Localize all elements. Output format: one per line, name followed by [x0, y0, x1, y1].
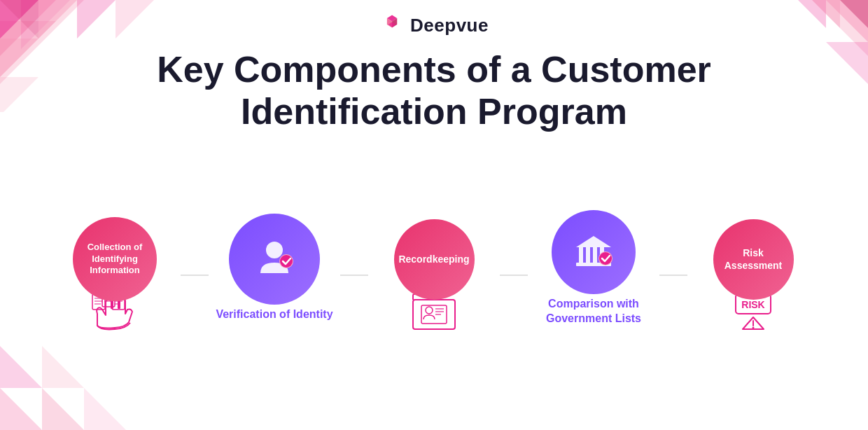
person-icon [250, 235, 299, 284]
connector-1 [181, 275, 209, 276]
svg-marker-21 [42, 346, 84, 388]
connector-4 [659, 275, 687, 276]
svg-rect-51 [593, 247, 597, 263]
svg-rect-50 [586, 247, 590, 263]
government-icon [569, 228, 618, 277]
circle-comparison [552, 210, 636, 294]
svg-marker-5 [38, 0, 77, 39]
circle-recordkeeping: Recordkeeping [394, 219, 475, 300]
circle-collection: Collection of Identifying Information [73, 217, 157, 301]
svg-rect-43 [413, 300, 455, 329]
page-title: Key Components of a Customer Identificat… [119, 49, 749, 133]
component-collection: Collection of Identifying Information [49, 217, 181, 333]
svg-marker-13 [826, 42, 868, 84]
component-verification: Verification of Identity [209, 214, 340, 322]
circle-collection-label: Collection of Identifying Information [73, 236, 157, 283]
svg-marker-19 [0, 346, 42, 388]
svg-point-61 [752, 326, 755, 328]
component-comparison: Comparison with Government Lists [528, 210, 659, 326]
label-comparison: Comparison with Government Lists [528, 297, 659, 326]
svg-marker-9 [115, 0, 154, 39]
circle-verification [229, 214, 320, 305]
svg-marker-20 [84, 388, 126, 430]
circle-recordkeeping-label: Recordkeeping [393, 247, 475, 271]
svg-rect-44 [421, 305, 447, 324]
component-recordkeeping: Recordkeeping [368, 219, 500, 331]
logo-area: Deepvue [379, 13, 489, 38]
deco-top-right [756, 0, 868, 84]
svg-marker-8 [77, 0, 115, 39]
svg-point-45 [426, 307, 433, 314]
label-verification: Verification of Identity [216, 307, 332, 322]
svg-marker-6 [0, 39, 38, 77]
logo-icon [379, 13, 405, 38]
svg-rect-49 [579, 247, 583, 263]
connector-2 [340, 275, 368, 276]
svg-marker-18 [42, 388, 84, 430]
connector-3 [500, 275, 528, 276]
svg-point-40 [266, 242, 283, 258]
component-risk: Risk Assessment RISK [687, 219, 819, 331]
svg-point-56 [599, 252, 612, 265]
svg-text:RISK: RISK [741, 299, 764, 310]
deco-bottom-left [0, 346, 126, 430]
circle-risk-label: Risk Assessment [713, 241, 794, 277]
svg-marker-53 [576, 236, 611, 247]
circle-risk: Risk Assessment [713, 219, 794, 300]
svg-marker-10 [0, 77, 38, 112]
components-row: Collection of Identifying Information [49, 217, 819, 333]
logo-text: Deepvue [410, 15, 489, 36]
svg-point-42 [280, 255, 293, 268]
svg-marker-17 [0, 388, 42, 430]
